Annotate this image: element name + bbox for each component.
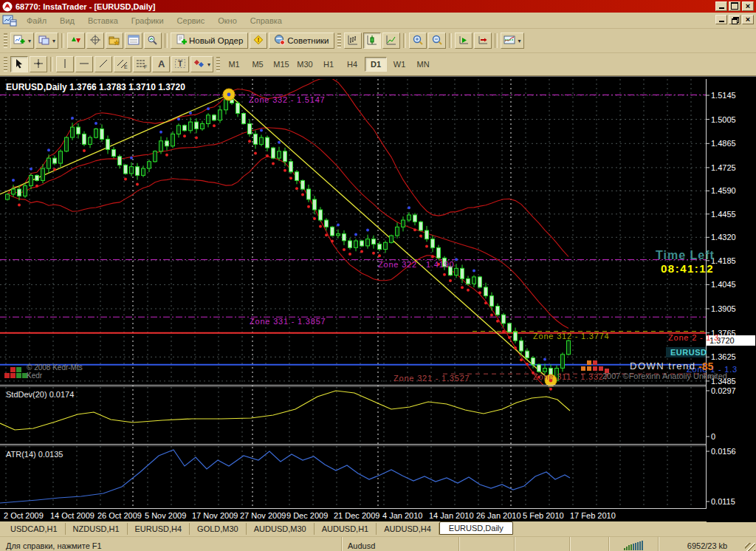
cursor-button[interactable] xyxy=(10,56,28,72)
connection-meter-icon xyxy=(609,537,659,551)
crosshair-button[interactable] xyxy=(30,56,47,72)
new-order-label: Новый Ордер xyxy=(189,36,243,45)
tester-button[interactable] xyxy=(144,32,162,49)
menu-help[interactable]: Справка xyxy=(244,14,289,27)
menu-insert[interactable]: Вставка xyxy=(81,14,125,27)
svg-text:1.4320: 1.4320 xyxy=(711,233,736,242)
timeframe-h4[interactable]: H4 xyxy=(341,57,363,72)
toolbar-grip[interactable] xyxy=(4,57,7,72)
candlestick-button[interactable] xyxy=(363,32,381,49)
tab-usdcad-h1[interactable]: USDCAD,H1 xyxy=(3,523,66,535)
new-order-button[interactable]: Новый Ордер xyxy=(171,32,248,49)
chart-area[interactable]: StdDev(20) 0.0174ATR(14) 0.01351.51451.5… xyxy=(0,76,756,521)
toolbar-separator xyxy=(449,33,452,48)
profiles-button[interactable]: ▾ xyxy=(35,32,58,49)
status-empty-1 xyxy=(459,537,515,551)
indicators-button[interactable]: ▾ xyxy=(501,32,524,49)
tab-nzdusd-h1[interactable]: NZDUSD,H1 xyxy=(66,523,128,535)
tab-gold-m30[interactable]: GOLD,M30 xyxy=(190,523,247,535)
metaeditor-button[interactable]: ! xyxy=(250,32,267,49)
toolbar-grip[interactable] xyxy=(216,57,220,72)
date-axis[interactable]: 2 Oct 200914 Oct 200926 Oct 20095 Nov 20… xyxy=(4,511,616,520)
resize-grip[interactable] xyxy=(745,543,755,551)
application-window: 68770: InstaTrader - [EURUSD,Daily] × Фа… xyxy=(0,0,756,551)
svg-text:1.4045: 1.4045 xyxy=(711,280,736,289)
zoom-in-button[interactable] xyxy=(409,32,427,49)
vertical-line-button[interactable] xyxy=(56,56,74,72)
navigator-button[interactable]: ★ xyxy=(106,32,123,49)
menu-view[interactable]: Вид xyxy=(53,14,81,27)
text-button[interactable]: A xyxy=(152,56,170,72)
trend-direction-label: DOWN trend xyxy=(630,360,695,372)
tab-audusd-m30[interactable]: AUDUSD,M30 xyxy=(247,523,315,535)
text-icon: A xyxy=(155,58,167,71)
menu-file[interactable]: Файл xyxy=(20,14,53,27)
tab-audusd-h1[interactable]: AUDUSD,H1 xyxy=(315,523,377,535)
text-label-button[interactable]: T xyxy=(171,56,189,72)
svg-text:0.0115: 0.0115 xyxy=(711,497,735,506)
line-chart-button[interactable] xyxy=(382,32,400,49)
tab-audusd-h4[interactable]: AUDUSD,H4 xyxy=(377,523,439,535)
toolbar-separator xyxy=(403,33,406,48)
svg-text:1.4725: 1.4725 xyxy=(711,163,736,172)
zoom-out-button[interactable] xyxy=(428,32,446,49)
trendline-button[interactable] xyxy=(94,56,112,72)
fibonacci-button[interactable]: F xyxy=(133,56,151,72)
channel-button[interactable]: E xyxy=(114,56,131,72)
menu-service[interactable]: Сервис xyxy=(171,14,212,27)
advisors-icon xyxy=(274,34,286,47)
time-left-countdown: 08:41:12 xyxy=(661,262,714,275)
bar-chart-button[interactable] xyxy=(344,32,362,49)
toolbar-standard: ▾ ▾ ★ Новый Ордер ! Советники ▾ xyxy=(0,29,756,53)
menu-charts[interactable]: Графики xyxy=(125,14,171,27)
terminal-button[interactable] xyxy=(125,32,142,49)
timeframe-m1[interactable]: M1 xyxy=(223,57,245,72)
menu-window[interactable]: Окно xyxy=(211,14,244,27)
timeframe-m5[interactable]: M5 xyxy=(247,57,269,72)
overlay-texts: EURUSD,Daily 1.3766 1.3783 1.3710 1.3720… xyxy=(6,82,727,380)
toolbar-grip[interactable] xyxy=(4,33,7,48)
svg-text:1.4185: 1.4185 xyxy=(711,256,736,265)
timeframe-w1[interactable]: W1 xyxy=(388,57,410,72)
status-traffic: 6952/23 kb xyxy=(659,537,756,551)
status-help: Для справки, нажмите F1 xyxy=(0,537,342,551)
toolbar-grip[interactable] xyxy=(337,33,341,48)
maximize-button[interactable] xyxy=(729,1,740,11)
child-minimize-button[interactable] xyxy=(715,15,727,24)
close-button[interactable]: × xyxy=(742,1,754,11)
autoscroll-icon xyxy=(458,34,470,47)
timeframe-d1[interactable]: D1 xyxy=(365,57,387,72)
horizontal-line-button[interactable] xyxy=(75,56,93,72)
dropdown-arrow-icon: ▾ xyxy=(52,38,55,44)
chart-shift-button[interactable] xyxy=(474,32,492,49)
svg-text:ATR(14) 0.0135: ATR(14) 0.0135 xyxy=(6,450,63,459)
child-restore-button[interactable] xyxy=(729,15,740,24)
data-window-button[interactable] xyxy=(86,32,104,49)
tab-eurusd-daily[interactable]: EURUSD,Daily xyxy=(439,521,513,535)
menubar: Файл Вид Вставка Графики Сервис Окно Спр… xyxy=(0,13,756,29)
chart-tabs: USDCAD,H1 NZDUSD,H1 EURUSD,H4 GOLD,M30 A… xyxy=(0,521,756,537)
chart-canvas[interactable]: StdDev(20) 0.0174ATR(14) 0.01351.51451.5… xyxy=(0,79,756,522)
market-watch-button[interactable] xyxy=(67,32,85,49)
svg-text:4 Jan 2010: 4 Jan 2010 xyxy=(382,511,422,520)
dropdown-arrow-icon: ▾ xyxy=(28,38,31,44)
new-chart-button[interactable]: ▾ xyxy=(10,32,34,49)
market-watch-icon xyxy=(70,34,82,47)
toolbar-drawing: E F A T ▾ M1 M5 M15 M30 H1 H4 D1 W1 MN xyxy=(0,53,756,76)
kedr-copyright-2: Kedr xyxy=(27,372,43,380)
ohlc-header: EURUSD,Daily 1.3766 1.3783 1.3710 1.3720 xyxy=(6,82,185,92)
arrows-button[interactable]: ▾ xyxy=(190,56,213,72)
zone-312-label: Zone 312 - 1.3774 xyxy=(533,332,610,340)
svg-text:1.3905: 1.3905 xyxy=(711,304,736,313)
timeframe-m15[interactable]: M15 xyxy=(270,57,292,72)
timeframe-m30[interactable]: M30 xyxy=(294,57,316,72)
child-close-button[interactable]: × xyxy=(742,15,754,24)
advisors-button[interactable]: Советники xyxy=(269,32,334,49)
minimize-button[interactable] xyxy=(715,1,727,11)
timeframe-mn[interactable]: MN xyxy=(412,57,434,72)
autoscroll-button[interactable] xyxy=(455,32,472,49)
price-axis[interactable]: 1.51451.50051.48651.47251.45901.44551.43… xyxy=(706,79,756,522)
svg-text:★: ★ xyxy=(114,39,120,46)
timeframe-h1[interactable]: H1 xyxy=(317,57,340,72)
tab-eurusd-h4[interactable]: EURUSD,H4 xyxy=(128,523,190,535)
